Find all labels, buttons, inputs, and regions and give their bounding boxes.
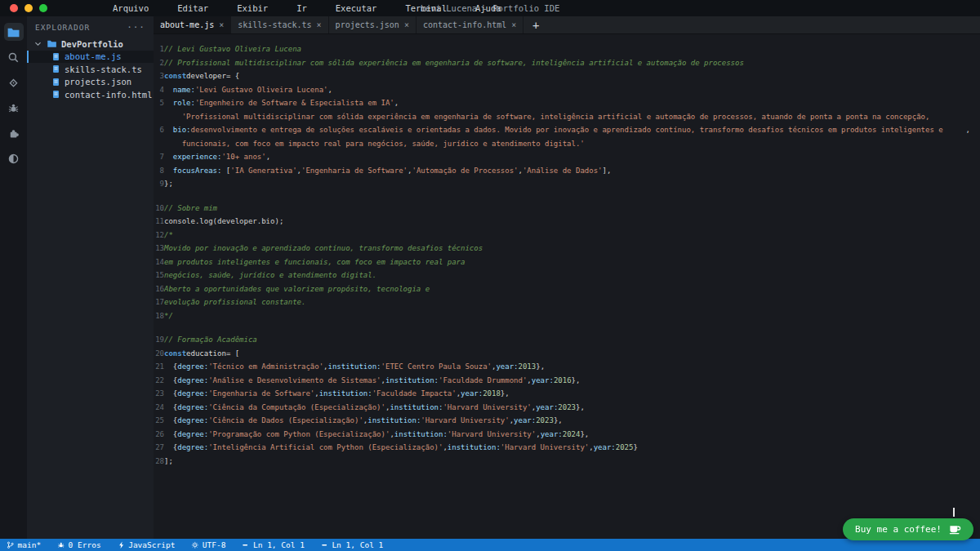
line-number: 16 <box>154 282 164 296</box>
new-tab-button[interactable]: + <box>523 16 548 33</box>
activity-puzzle-icon[interactable] <box>4 124 24 142</box>
activity-search-icon[interactable] <box>4 48 24 66</box>
file-contact-info-html[interactable]: contact-info.html <box>27 88 154 101</box>
line-number <box>154 137 164 151</box>
code-line[interactable]: 23 {degree:'Engenharia de Software',inst… <box>154 387 980 401</box>
code-token: experience: <box>173 150 222 164</box>
menu-executar[interactable]: Executar <box>336 3 377 13</box>
code-line[interactable]: funcionais, com foco em impacto real par… <box>154 137 980 151</box>
code-line[interactable]: 13Movido por inovação e aprendizado cont… <box>154 242 980 256</box>
line-number: 27 <box>154 441 164 455</box>
code-line[interactable]: 18*/ <box>154 309 980 323</box>
code-token: const <box>164 69 186 83</box>
status-utf-8[interactable]: UTF-8 <box>191 540 225 549</box>
code-line[interactable]: 24 {degree:'Ciência da Computação (Espec… <box>154 401 980 415</box>
activity-diamond-icon[interactable] <box>4 73 24 91</box>
wrapped-comma: , <box>966 123 980 137</box>
code-editor[interactable]: 1// Levi Gustavo Oliveira Lucena2// Prof… <box>154 34 980 539</box>
code-line[interactable]: 15negócios, saúde, jurídico e atendiment… <box>154 269 980 282</box>
code-token: 'Profissional multidisciplinar com sólid… <box>182 110 930 124</box>
code-token: degree: <box>177 374 208 388</box>
menu-ir[interactable]: Ir <box>296 3 307 13</box>
code-line[interactable]: 6 bio:desenvolvimento e entrega de soluç… <box>154 123 980 137</box>
file-icon <box>51 64 60 73</box>
activity-contrast-icon[interactable] <box>4 149 24 167</box>
code-line[interactable]: 16Aberto a oportunidades que valorizem p… <box>154 282 980 296</box>
code-line[interactable]: 22 {degree:'Análise e Desenvolvimento de… <box>154 374 980 388</box>
code-token: year: <box>514 414 536 428</box>
code-line[interactable]: 9}; <box>154 177 980 191</box>
code-token: 'Harvard University' <box>448 428 536 442</box>
menu-terminal[interactable]: Terminal <box>405 3 447 13</box>
close-icon[interactable]: × <box>404 20 409 29</box>
status-ln-1-col-1-2[interactable]: Ln 1, Col 1 <box>321 540 383 549</box>
maximize-window-button[interactable] <box>39 4 47 12</box>
code-token <box>164 414 173 428</box>
code-line[interactable]: 20consteducation= [ <box>154 347 980 361</box>
code-line[interactable]: 27 {degree:'Inteligência Artificial com … <box>154 441 980 455</box>
cursor-tick <box>953 508 955 517</box>
code-line[interactable]: 2// Profissional multidisciplinar com só… <box>154 56 980 70</box>
code-line[interactable]: 28]; <box>154 455 980 469</box>
code-token: degree: <box>177 428 208 442</box>
code-token: evolução profissional constante. <box>164 295 305 309</box>
code-line[interactable]: 25 {degree:'Ciência de Dados (Especializ… <box>154 414 980 428</box>
code-line[interactable]: 1// Levi Gustavo Oliveira Lucena <box>154 42 980 56</box>
code-line[interactable]: 10// Sobre mim <box>154 202 980 216</box>
code-line[interactable]: 17evolução profissional constante. <box>154 295 980 309</box>
file-projects-json[interactable]: projects.json <box>27 76 154 89</box>
tab-about-me-js[interactable]: about-me.js× <box>154 16 231 33</box>
status-main[interactable]: main* <box>7 540 41 549</box>
code-token: degree: <box>177 441 208 455</box>
folder-devportfolio[interactable]: DevPortfolio <box>27 38 154 51</box>
close-icon[interactable]: × <box>511 20 516 29</box>
activity-bug-icon[interactable] <box>4 99 24 117</box>
code-token: }, <box>554 414 563 428</box>
tab-projects-json[interactable]: projects.json× <box>329 16 416 33</box>
code-token: funcionais, com foco em impacto real par… <box>182 137 585 151</box>
status-label: main* <box>18 540 42 549</box>
code-token: 'Harvard University' <box>501 441 589 455</box>
code-token: degree: <box>177 401 208 415</box>
buy-me-a-coffee-button[interactable]: Buy me a coffee! <box>843 518 973 540</box>
code-line[interactable]: 3constdeveloper= { <box>154 69 980 83</box>
tab-contact-info-html[interactable]: contact-info.html× <box>416 16 523 33</box>
close-icon[interactable]: × <box>219 20 224 29</box>
menu-exibir[interactable]: Exibir <box>237 3 268 13</box>
code-token: [ <box>221 164 230 178</box>
code-line[interactable]: 21 {degree:'Técnico em Administração',in… <box>154 360 980 374</box>
line-number: 7 <box>154 150 164 164</box>
line-number: 23 <box>154 387 164 401</box>
file-skills-stack-ts[interactable]: skills-stack.ts <box>27 63 154 76</box>
menu-editar[interactable]: Editar <box>177 3 208 13</box>
menu-ajuda[interactable]: Ajuda <box>475 3 501 13</box>
code-token: 2023 <box>536 414 554 428</box>
code-line[interactable]: 7 experience:'10+ anos', <box>154 150 980 164</box>
code-token: negócios, saúde, jurídico e atendimento … <box>164 269 376 282</box>
menu-arquivo[interactable]: Arquivo <box>113 3 149 13</box>
status-0-erros[interactable]: 0 Erros <box>57 540 101 549</box>
line-number: 3 <box>154 69 164 83</box>
explorer-overflow-icon[interactable]: ··· <box>127 22 145 33</box>
code-token: '10+ anos' <box>221 150 265 164</box>
code-line[interactable]: 8 focusAreas: ['IA Generativa','Engenhar… <box>154 164 980 178</box>
activity-folder-icon[interactable] <box>4 23 24 41</box>
tab-skills-stack-ts[interactable]: skills-stack.ts× <box>231 16 328 33</box>
close-icon[interactable]: × <box>317 20 322 29</box>
code-line[interactable]: 26 {degree:'Programação com Python (Espe… <box>154 428 980 442</box>
file-icon <box>51 52 60 61</box>
code-line[interactable]: 12/* <box>154 229 980 242</box>
minimize-window-button[interactable] <box>24 4 33 12</box>
code-line[interactable]: 5 role:'Engenheiro de Software & Especia… <box>154 96 980 110</box>
code-line[interactable]: 11console.log(developer.bio); <box>154 215 980 229</box>
close-window-button[interactable] <box>10 4 18 12</box>
code-line[interactable]: 19// Formação Acadêmica <box>154 333 980 347</box>
status-ln-1-col-1[interactable]: Ln 1, Col 1 <box>242 540 304 549</box>
code-line[interactable]: 'Profissional multidisciplinar com sólid… <box>154 110 980 124</box>
code-line[interactable]: 14em produtos inteligentes e funcionais,… <box>154 256 980 269</box>
code-line[interactable]: 4 name:'Levi Gustavo Oliveira Lucena', <box>154 83 980 97</box>
code-token: 'Faculdade Impacta' <box>372 387 457 401</box>
file-about-me-js[interactable]: about-me.js <box>27 51 154 64</box>
code-token: year: <box>594 441 616 455</box>
status-javascript[interactable]: JavaScript <box>118 540 176 549</box>
